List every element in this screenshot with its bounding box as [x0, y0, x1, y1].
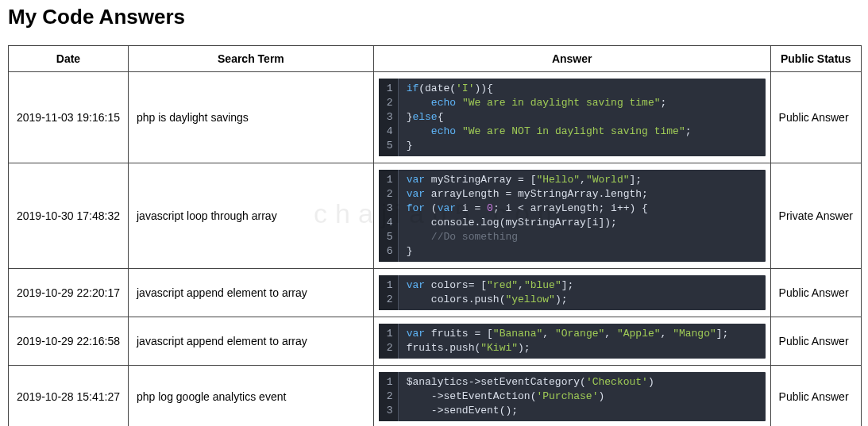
cell-search-term: javascript append element to array	[129, 317, 374, 366]
cell-search-term: php log google analytics event	[129, 366, 374, 427]
cell-answer: 123456var myStringArray = ["Hello","Worl…	[373, 163, 770, 269]
col-search-term: Search Term	[129, 46, 374, 72]
code-gutter: 12345	[379, 79, 399, 156]
cell-status: Public Answer	[770, 72, 861, 163]
cell-answer: 123$analytics->setEventCategory('Checkou…	[373, 366, 770, 427]
code-lines: var fruits = ["Banana", "Orange", "Apple…	[399, 324, 737, 359]
cell-date: 2019-10-29 22:20:17	[9, 269, 129, 317]
table-row: 2019-10-29 22:20:17javascript append ele…	[9, 269, 862, 317]
code-gutter: 123456	[379, 170, 399, 262]
code-block: 123$analytics->setEventCategory('Checkou…	[379, 372, 766, 421]
cell-date: 2019-11-03 19:16:15	[9, 72, 129, 163]
col-status: Public Status	[770, 46, 861, 72]
code-gutter: 12	[379, 275, 399, 310]
cell-search-term: php is daylight savings	[129, 72, 374, 163]
code-gutter: 123	[379, 372, 399, 421]
code-block: 123456var myStringArray = ["Hello","Worl…	[379, 170, 766, 262]
cell-search-term: javascript loop through array	[129, 163, 374, 269]
cell-status: Public Answer	[770, 317, 861, 366]
cell-date: 2019-10-28 15:41:27	[9, 366, 129, 427]
table-row: 2019-10-28 15:41:27php log google analyt…	[9, 366, 862, 427]
code-gutter: 12	[379, 324, 399, 359]
cell-status: Private Answer	[770, 163, 861, 269]
code-block: 12var fruits = ["Banana", "Orange", "App…	[379, 324, 766, 359]
col-answer: Answer	[373, 46, 770, 72]
cell-status: Public Answer	[770, 366, 861, 427]
cell-date: 2019-10-30 17:48:32	[9, 163, 129, 269]
table-row: 2019-11-03 19:16:15php is daylight savin…	[9, 72, 862, 163]
page-title: My Code Answers	[8, 5, 860, 29]
table-header-row: Date Search Term Answer Public Status	[9, 46, 862, 72]
col-date: Date	[9, 46, 129, 72]
code-block: 12var colors= ["red","blue"]; colors.pus…	[379, 275, 766, 310]
table-row: 2019-10-29 22:16:58javascript append ele…	[9, 317, 862, 366]
cell-answer: 12var fruits = ["Banana", "Orange", "App…	[373, 317, 770, 366]
code-lines: var myStringArray = ["Hello","World"];va…	[399, 170, 656, 262]
answers-table: Date Search Term Answer Public Status 20…	[8, 45, 862, 426]
code-lines: var colors= ["red","blue"]; colors.push(…	[399, 275, 582, 310]
cell-answer: 12var colors= ["red","blue"]; colors.pus…	[373, 269, 770, 317]
code-lines: if(date('I')){ echo "We are in daylight …	[399, 79, 700, 156]
table-row: 2019-10-30 17:48:32javascript loop throu…	[9, 163, 862, 269]
cell-answer: 12345if(date('I')){ echo "We are in dayl…	[373, 72, 770, 163]
code-lines: $analytics->setEventCategory('Checkout')…	[399, 372, 662, 421]
cell-search-term: javascript append element to array	[129, 269, 374, 317]
cell-status: Public Answer	[770, 269, 861, 317]
code-block: 12345if(date('I')){ echo "We are in dayl…	[379, 79, 766, 156]
cell-date: 2019-10-29 22:16:58	[9, 317, 129, 366]
